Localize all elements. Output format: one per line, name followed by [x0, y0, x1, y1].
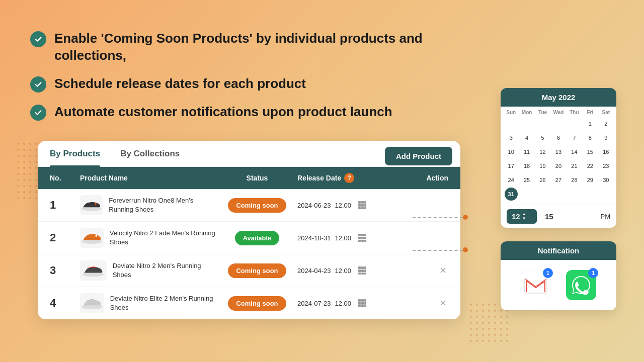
th-no: No.	[50, 174, 80, 182]
product-info-3: Deviate Nitro 2 Men's Running Shoes	[80, 260, 217, 281]
close-icon-4[interactable]: ✕	[437, 298, 448, 309]
cal-cell-2[interactable]: 2	[599, 117, 612, 130]
cal-cell-31-today[interactable]: 31	[505, 188, 518, 201]
cal-cell-16[interactable]: 16	[599, 145, 612, 158]
release-date-cell-3: 2024-04-23 12.00	[297, 263, 408, 278]
cal-cell-29[interactable]: 29	[584, 173, 597, 187]
cal-cell-empty	[568, 188, 581, 201]
cal-cell-empty	[520, 117, 533, 130]
time-up-arrow[interactable]: ▲	[522, 212, 526, 216]
cal-cell-20[interactable]: 20	[552, 159, 565, 172]
release-time-2: 12.00	[335, 234, 352, 242]
release-date-1: 2024-06-23	[297, 202, 331, 209]
cal-cell-18[interactable]: 18	[520, 159, 533, 172]
calendar-card: May 2022 Sun Mon Tue Wed Thu Fri Sat 1 2…	[501, 88, 616, 228]
cal-cell-empty	[552, 188, 565, 201]
grid-icon-4[interactable]	[355, 296, 369, 310]
product-image-3	[80, 260, 107, 281]
time-minutes-value: 15	[545, 212, 553, 221]
svg-rect-39	[358, 305, 361, 307]
cal-cell-21[interactable]: 21	[568, 159, 581, 172]
row-number-2: 2	[50, 231, 80, 244]
cal-cell-12[interactable]: 12	[536, 145, 549, 158]
cal-cell-17[interactable]: 17	[505, 159, 518, 172]
cal-cell-25[interactable]: 25	[520, 173, 533, 187]
feature-item-1: Enable 'Coming Soon Products' by individ…	[30, 30, 458, 64]
cal-cell-1[interactable]: 1	[584, 117, 597, 130]
product-name-1: Foreverrun Nitro One8 Men's Running Shoe…	[109, 196, 217, 214]
cal-cell-19[interactable]: 19	[536, 159, 549, 172]
action-cell-3[interactable]: ✕	[408, 265, 448, 276]
cal-cell-24[interactable]: 24	[505, 173, 518, 187]
release-time-1: 12.00	[335, 202, 352, 209]
svg-rect-16	[358, 237, 361, 239]
cal-cell-23[interactable]: 23	[599, 159, 612, 172]
svg-rect-38	[364, 302, 366, 305]
svg-rect-28	[364, 269, 366, 272]
release-date-2: 2024-10-31	[297, 234, 331, 242]
gmail-icon-wrap[interactable]: 1	[521, 270, 551, 300]
feature-text-1: Enable 'Coming Soon Products' by individ…	[54, 30, 458, 64]
cal-cell-11[interactable]: 11	[520, 145, 533, 158]
day-label-thu: Thu	[567, 110, 582, 115]
table-row: 4 Deviate Nitro Elite 2 Men's Running Sh…	[38, 287, 460, 319]
action-cell-4[interactable]: ✕	[408, 298, 448, 309]
svg-rect-13	[358, 234, 361, 236]
whatsapp-badge: 1	[588, 268, 598, 278]
time-down-arrow[interactable]: ▼	[522, 217, 526, 221]
status-cell-3: Coming soon	[217, 263, 297, 278]
grid-icon-2[interactable]	[355, 231, 369, 245]
cal-cell-3[interactable]: 3	[505, 131, 518, 144]
release-date-cell-4: 2024-07-23 12.00	[297, 296, 408, 310]
svg-rect-2	[358, 201, 361, 204]
time-hours-input[interactable]: 12 ▲ ▼	[507, 209, 537, 224]
svg-rect-29	[358, 273, 361, 275]
status-badge-3: Coming soon	[228, 263, 286, 278]
svg-rect-15	[364, 234, 366, 236]
notification-header: Notification	[501, 241, 616, 260]
feature-text-2: Schedule release dates for each product	[54, 75, 306, 93]
cal-cell-9[interactable]: 9	[599, 131, 612, 144]
close-icon-3[interactable]: ✕	[437, 265, 448, 276]
time-arrows[interactable]: ▲ ▼	[522, 212, 526, 221]
cal-cell-28[interactable]: 28	[568, 173, 581, 187]
cal-cell-22[interactable]: 22	[584, 159, 597, 172]
product-name-3: Deviate Nitro 2 Men's Running Shoes	[113, 261, 217, 280]
cal-cell-26[interactable]: 26	[536, 173, 549, 187]
check-icon-1	[30, 31, 46, 47]
add-product-button[interactable]: Add Product	[385, 147, 452, 165]
table-row: 1 Foreverrun Nitro One8 Men's Running Sh…	[38, 189, 460, 222]
cal-cell-7[interactable]: 7	[568, 131, 581, 144]
status-cell-2: Available	[217, 231, 297, 245]
cal-cell-8[interactable]: 8	[584, 131, 597, 144]
features-list: Enable 'Coming Soon Products' by individ…	[30, 30, 458, 132]
time-hours-value: 12	[512, 212, 520, 221]
tab-by-products[interactable]: By Products	[50, 149, 100, 166]
whatsapp-icon-wrap[interactable]: 1	[566, 270, 596, 300]
row-number-4: 4	[50, 297, 80, 310]
release-date-help-icon[interactable]: ?	[344, 173, 354, 183]
svg-rect-19	[358, 240, 361, 242]
svg-rect-6	[361, 204, 364, 207]
feature-item-3: Automate customer notifications upon pro…	[30, 104, 458, 121]
svg-rect-34	[361, 299, 364, 302]
tab-by-collections[interactable]: By Collections	[120, 149, 180, 166]
cal-cell-30[interactable]: 30	[599, 173, 612, 187]
status-cell-1: Coming soon	[217, 198, 297, 213]
svg-rect-36	[358, 302, 361, 305]
connector-dot-1	[463, 215, 468, 220]
th-status: Status	[217, 174, 297, 182]
product-image-1	[80, 195, 103, 215]
cal-cell-4[interactable]: 4	[520, 131, 533, 144]
grid-icon-3[interactable]	[355, 263, 369, 278]
cal-cell-14[interactable]: 14	[568, 145, 581, 158]
cal-cell-10[interactable]: 10	[505, 145, 518, 158]
tabs-container: By Products By Collections Add Product	[38, 141, 460, 167]
feature-text-3: Automate customer notifications upon pro…	[54, 104, 392, 121]
cal-cell-15[interactable]: 15	[584, 145, 597, 158]
cal-cell-27[interactable]: 27	[552, 173, 565, 187]
cal-cell-13[interactable]: 13	[552, 145, 565, 158]
cal-cell-6[interactable]: 6	[552, 131, 565, 144]
cal-cell-5[interactable]: 5	[536, 131, 549, 144]
grid-icon-1[interactable]	[355, 198, 369, 212]
